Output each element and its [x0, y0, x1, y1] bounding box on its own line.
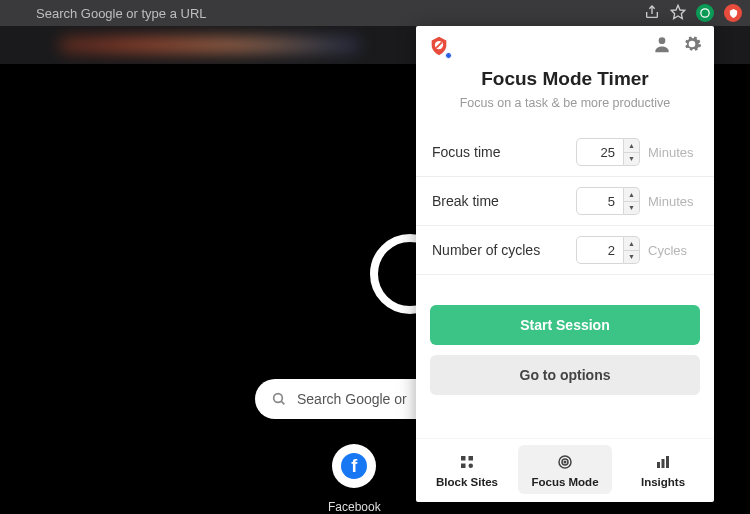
account-icon[interactable]	[652, 34, 672, 58]
chevron-down-icon: ▼	[624, 202, 639, 215]
break-time-stepper[interactable]: ▲▼	[624, 187, 640, 215]
tab-focus-mode[interactable]: Focus Mode	[518, 445, 612, 494]
browser-toolbar: Search Google or type a URL	[0, 0, 750, 26]
svg-point-1	[701, 9, 709, 17]
svg-rect-16	[666, 456, 669, 468]
toolbar-right	[644, 4, 742, 23]
focus-time-stepper[interactable]: ▲▼	[624, 138, 640, 166]
start-session-button[interactable]: Start Session	[430, 305, 700, 345]
svg-line-3	[281, 401, 284, 404]
svg-rect-9	[461, 464, 466, 469]
cycles-input[interactable]: 2	[576, 236, 624, 264]
svg-point-6	[659, 37, 666, 44]
extension-green-icon[interactable]	[696, 4, 714, 22]
break-time-label: Break time	[432, 193, 576, 209]
tab-insights-label: Insights	[641, 476, 685, 488]
svg-rect-15	[662, 459, 665, 468]
row-cycles: Number of cycles 2 ▲▼ Cycles	[416, 226, 714, 275]
tab-block-label: Block Sites	[436, 476, 498, 488]
popup-subtitle: Focus on a task & be more productive	[416, 96, 714, 110]
chevron-up-icon: ▲	[624, 237, 639, 251]
svg-rect-14	[657, 462, 660, 468]
cycles-unit: Cycles	[648, 243, 698, 258]
page-search-placeholder: Search Google or	[297, 391, 407, 407]
underlying-page: Search Google or f Facebook	[0, 64, 410, 514]
svg-rect-7	[461, 456, 466, 461]
row-break-time: Break time 5 ▲▼ Minutes	[416, 177, 714, 226]
break-time-unit: Minutes	[648, 194, 698, 209]
break-time-input[interactable]: 5	[576, 187, 624, 215]
popup-tabs: Block Sites Focus Mode Insights	[416, 438, 714, 502]
focus-time-unit: Minutes	[648, 145, 698, 160]
tab-block-sites[interactable]: Block Sites	[420, 445, 514, 494]
svg-point-10	[469, 464, 474, 469]
shortcut-facebook[interactable]: f Facebook	[328, 444, 381, 514]
settings-gear-icon[interactable]	[682, 34, 702, 58]
extension-blocksite-icon[interactable]	[724, 4, 742, 22]
bar-chart-icon	[654, 453, 672, 471]
svg-point-13	[564, 461, 566, 463]
focus-time-label: Focus time	[432, 144, 576, 160]
tab-insights[interactable]: Insights	[616, 445, 710, 494]
chevron-down-icon: ▼	[624, 251, 639, 264]
svg-marker-0	[671, 5, 684, 18]
share-icon[interactable]	[644, 4, 660, 23]
tab-focus-label: Focus Mode	[531, 476, 598, 488]
chevron-down-icon: ▼	[624, 153, 639, 166]
target-icon	[556, 453, 574, 471]
omnibox-placeholder[interactable]: Search Google or type a URL	[36, 6, 207, 21]
cycles-label: Number of cycles	[432, 242, 576, 258]
search-icon	[271, 391, 287, 407]
svg-rect-8	[469, 456, 474, 461]
chevron-up-icon: ▲	[624, 139, 639, 153]
popup-header	[416, 26, 714, 62]
popup-actions: Start Session Go to options	[416, 275, 714, 405]
go-to-options-button[interactable]: Go to options	[430, 355, 700, 395]
popup-title: Focus Mode Timer	[416, 68, 714, 90]
row-focus-time: Focus time 25 ▲▼ Minutes	[416, 128, 714, 177]
grid-icon	[458, 453, 476, 471]
cycles-stepper[interactable]: ▲▼	[624, 236, 640, 264]
focus-time-input[interactable]: 25	[576, 138, 624, 166]
blocksite-shield-icon[interactable]	[428, 35, 450, 57]
svg-point-2	[274, 394, 283, 403]
facebook-icon: f	[341, 453, 367, 479]
star-icon[interactable]	[670, 4, 686, 23]
extension-popup: Focus Mode Timer Focus on a task & be mo…	[416, 26, 714, 502]
chevron-up-icon: ▲	[624, 188, 639, 202]
shortcut-label: Facebook	[328, 500, 381, 514]
